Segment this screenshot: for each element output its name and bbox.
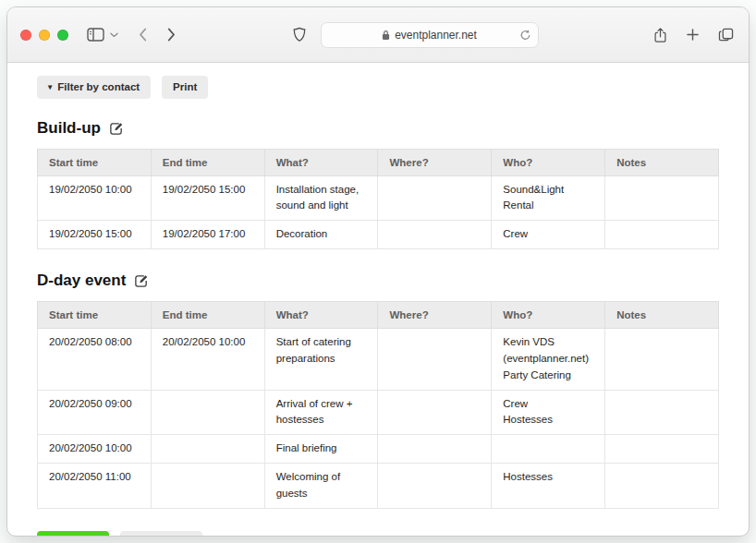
sidebar-toggle-button[interactable] xyxy=(85,26,106,43)
column-header: Start time xyxy=(38,149,152,175)
table-cell xyxy=(378,435,492,464)
cell-line: Decoration xyxy=(276,226,367,243)
browser-window: eventplanner.net xyxy=(6,6,750,537)
cell-line: 19/02/2050 10:00 xyxy=(49,182,140,199)
table-cell xyxy=(605,329,719,390)
shield-icon xyxy=(293,27,306,42)
sidebar-controls xyxy=(85,26,120,43)
nav-controls xyxy=(137,26,177,43)
table-cell: Welcoming of guests xyxy=(264,463,378,508)
section-title: D-day event xyxy=(37,272,719,290)
table-cell: 19/02/2050 15:00 xyxy=(151,175,264,221)
table-cell xyxy=(151,390,264,435)
table-cell xyxy=(605,435,719,464)
table-cell xyxy=(151,435,264,464)
table-cell: 19/02/2050 10:00 xyxy=(38,175,152,221)
column-header: Who? xyxy=(492,302,605,329)
cell-line: Hostesses xyxy=(503,469,593,486)
column-header: Where? xyxy=(378,302,492,329)
tabs-icon xyxy=(718,28,734,42)
edit-section-button[interactable] xyxy=(134,273,149,288)
zoom-window-button[interactable] xyxy=(57,30,68,41)
chevron-right-icon xyxy=(167,28,176,42)
table-cell xyxy=(378,329,492,390)
page-content: ▾ Filter by contact Print Build-upStart … xyxy=(7,63,749,537)
cell-line: 19/02/2050 17:00 xyxy=(163,226,253,243)
chevron-down-icon xyxy=(110,32,118,38)
address-url: eventplanner.net xyxy=(395,29,477,42)
table-cell xyxy=(605,463,719,508)
caret-down-icon: ▾ xyxy=(48,83,52,91)
table-cell: Kevin VDS (eventplanner.net)Party Cateri… xyxy=(492,329,605,390)
edit-icon xyxy=(109,121,124,136)
print-button[interactable]: Print xyxy=(162,76,208,99)
privacy-shield-button[interactable] xyxy=(291,25,308,44)
schedule-table: Start timeEnd timeWhat?Where?Who?Notes19… xyxy=(37,149,719,249)
table-cell: 20/02/2050 08:00 xyxy=(38,329,152,390)
table-cell xyxy=(378,390,492,435)
cell-line: Installation stage, sound and light xyxy=(276,182,367,215)
cell-line: Final briefing xyxy=(276,440,367,457)
table-cell: Arrival of crew + hostesses xyxy=(264,390,378,435)
edit-section-button[interactable] xyxy=(109,121,124,136)
close-window-button[interactable] xyxy=(20,30,31,41)
cell-line: 20/02/2050 09:00 xyxy=(49,396,140,413)
tab-overview-button[interactable] xyxy=(716,26,736,43)
cell-line: Welcoming of guests xyxy=(276,469,367,502)
table-row: 20/02/2050 11:00Welcoming of guestsHoste… xyxy=(38,463,719,508)
chevron-left-icon xyxy=(139,28,147,42)
cell-line: 20/02/2050 10:00 xyxy=(163,334,253,351)
table-cell: 20/02/2050 10:00 xyxy=(38,435,152,464)
cell-line: Arrival of crew + hostesses xyxy=(276,396,367,429)
table-cell xyxy=(151,463,264,508)
edit-icon xyxy=(134,273,149,288)
table-cell: 20/02/2050 10:00 xyxy=(151,329,264,390)
cell-line: 20/02/2050 08:00 xyxy=(49,334,140,351)
filter-by-contact-button[interactable]: ▾ Filter by contact xyxy=(37,76,151,99)
new-tab-button[interactable] xyxy=(685,27,701,42)
column-header: What? xyxy=(264,302,378,329)
toolbar-center: eventplanner.net xyxy=(177,22,652,48)
add-entry-button[interactable]: Add entry xyxy=(37,531,109,537)
share-button[interactable] xyxy=(652,25,669,45)
column-header: Where? xyxy=(378,149,492,175)
section-title-text: Build-up xyxy=(37,119,101,138)
browser-toolbar: eventplanner.net xyxy=(7,7,749,63)
sidebar-icon xyxy=(87,28,104,42)
sidebar-menu-button[interactable] xyxy=(108,30,120,40)
column-header: End time xyxy=(151,149,264,175)
cell-line: Crew xyxy=(503,226,593,243)
reload-button[interactable] xyxy=(519,29,531,41)
column-header: End time xyxy=(151,302,264,329)
column-header: Who? xyxy=(492,149,605,175)
header-row: Start timeEnd timeWhat?Where?Who?Notes xyxy=(38,149,719,175)
add-section-button[interactable]: Add section xyxy=(120,531,203,537)
table-cell: 19/02/2050 15:00 xyxy=(38,221,152,249)
table-cell: Hostesses xyxy=(492,463,605,508)
column-header: Start time xyxy=(38,302,152,329)
table-cell: Installation stage, sound and light xyxy=(264,175,378,221)
back-button[interactable] xyxy=(137,26,149,43)
lock-icon xyxy=(382,30,390,41)
minimize-window-button[interactable] xyxy=(39,30,50,41)
table-cell xyxy=(605,175,719,221)
table-cell xyxy=(492,435,605,464)
forward-button[interactable] xyxy=(165,26,177,43)
cell-line: 19/02/2050 15:00 xyxy=(163,182,253,199)
schedule-section: Build-upStart timeEnd timeWhat?Where?Who… xyxy=(37,119,719,249)
plus-icon xyxy=(687,29,699,41)
cell-line: Kevin VDS (eventplanner.net) xyxy=(503,334,593,368)
schedule-section: D-day eventStart timeEnd timeWhat?Where?… xyxy=(37,272,719,509)
cell-line: Party Catering xyxy=(503,368,593,384)
bottom-actions: Add entry Add section xyxy=(37,531,719,537)
schedule-sections: Build-upStart timeEnd timeWhat?Where?Who… xyxy=(37,119,719,509)
cell-line: 20/02/2050 10:00 xyxy=(49,440,140,457)
table-cell xyxy=(605,221,719,249)
table-row: 19/02/2050 15:0019/02/2050 17:00Decorati… xyxy=(38,221,719,249)
address-bar[interactable]: eventplanner.net xyxy=(321,22,539,48)
reload-icon xyxy=(519,29,531,41)
schedule-table: Start timeEnd timeWhat?Where?Who?Notes20… xyxy=(37,301,719,509)
table-cell: Sound&Light Rental xyxy=(492,175,605,221)
cell-line: Sound&Light Rental xyxy=(503,182,593,215)
table-cell xyxy=(605,390,719,435)
